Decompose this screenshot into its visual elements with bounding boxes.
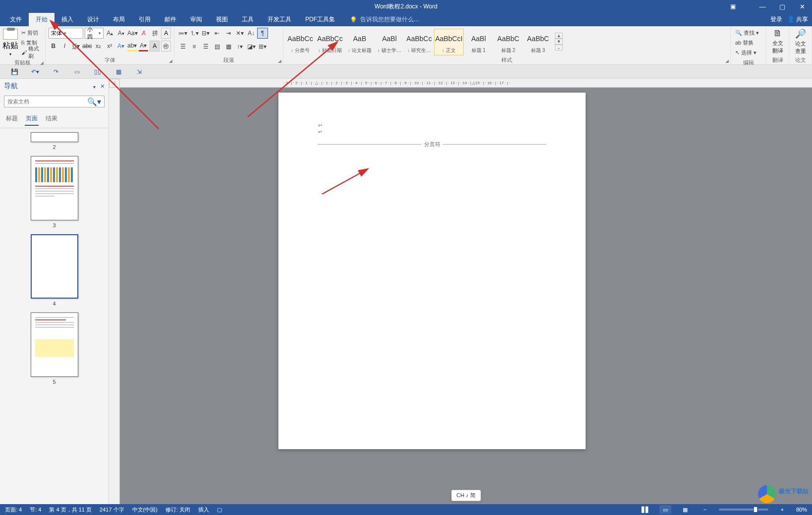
full-translate-button[interactable]: 🗎全文 翻译 xyxy=(766,28,789,55)
bold-button[interactable]: B xyxy=(49,41,58,52)
tab-pdf[interactable]: PDF工具集 xyxy=(298,13,342,26)
justify-button[interactable]: ▤ xyxy=(212,41,222,52)
phonetic-guide-button[interactable]: 拼 xyxy=(150,28,160,39)
document-scroll[interactable]: · 3 · | · 2 · | · 1 · | · △ · | · 1 · | … xyxy=(120,79,812,504)
share-button[interactable]: 👤 共享 xyxy=(787,15,808,24)
zoom-out-button[interactable]: − xyxy=(699,505,711,514)
macro-record-icon[interactable]: ▢ xyxy=(217,507,222,513)
web-layout-button[interactable]: ▦ xyxy=(679,505,691,514)
thumbnail-page[interactable] xyxy=(31,312,78,377)
cut-button[interactable]: ✂剪切 xyxy=(19,28,43,38)
align-right-button[interactable]: ☰ xyxy=(200,41,211,52)
status-page[interactable]: 页面: 4 xyxy=(5,506,22,514)
numbering-button[interactable]: ⒈▾ xyxy=(189,28,200,39)
text-effects-button[interactable]: A▾ xyxy=(116,41,126,52)
tab-design[interactable]: 设计 xyxy=(80,13,106,26)
underline-button[interactable]: U▾ xyxy=(71,41,81,52)
zoom-level[interactable]: 80% xyxy=(796,507,807,513)
style-item[interactable]: AaBbCc↓ 研究生… xyxy=(404,29,434,55)
tab-review[interactable]: 审阅 xyxy=(183,13,209,26)
status-section[interactable]: 节: 4 xyxy=(30,506,41,514)
thumbnail-page[interactable] xyxy=(31,132,78,142)
status-track-changes[interactable]: 修订: 关闭 xyxy=(165,506,190,514)
nav-close-icon[interactable]: × xyxy=(101,82,105,90)
decrease-indent-button[interactable]: ⇤ xyxy=(212,28,222,39)
tab-tools[interactable]: 工具 xyxy=(235,13,261,26)
shrink-font-button[interactable]: A▾ xyxy=(116,28,126,39)
style-item[interactable]: AaBbC标题 2 xyxy=(493,29,523,55)
read-mode-button[interactable]: ▋▋ xyxy=(640,505,651,514)
dialog-launcher-icon[interactable]: ◢ xyxy=(278,58,281,63)
tab-file[interactable]: 文件 xyxy=(3,13,29,26)
nav-tab-pages[interactable]: 页面 xyxy=(25,112,39,126)
enclose-char-button[interactable]: ㊕ xyxy=(161,41,171,52)
dialog-launcher-icon[interactable]: ◢ xyxy=(725,58,729,63)
nav-dropdown-icon[interactable]: ▾ xyxy=(93,84,96,90)
tab-selector[interactable]: └ xyxy=(109,79,120,88)
style-item[interactable]: AaBbCc↓ 封面日期 xyxy=(315,29,345,55)
styles-more-icon[interactable]: ⌄ xyxy=(555,45,563,51)
change-case-button[interactable]: Aa▾ xyxy=(127,28,138,39)
replace-button[interactable]: ab替换 xyxy=(733,38,764,48)
style-item[interactable]: AaBbCc↓ 分类号 xyxy=(285,29,315,55)
clear-formatting-button[interactable]: A̸ xyxy=(139,28,149,39)
styles-scrollbar[interactable]: ▲ ▼ ⌄ xyxy=(555,33,563,51)
paper-check-button[interactable]: 🔎论文 查重 xyxy=(789,28,812,55)
zoom-in-button[interactable]: + xyxy=(776,505,788,514)
style-item[interactable]: AaB↓ 论文标题 xyxy=(345,29,375,55)
format-painter-button[interactable]: 🖌格式刷 xyxy=(19,48,43,57)
tab-mailings[interactable]: 邮件 xyxy=(158,13,183,26)
save-button[interactable]: 💾 xyxy=(9,66,20,77)
qat-doc-button[interactable]: ▭ xyxy=(71,66,82,77)
thumbnail-item[interactable]: 4 xyxy=(0,234,108,307)
asian-layout-button[interactable]: ✕▾ xyxy=(234,28,245,39)
thumbnail-page[interactable] xyxy=(31,234,78,299)
style-item[interactable]: AaBl标题 1 xyxy=(464,29,493,55)
page-canvas[interactable]: ↵ ↵ 分页符 xyxy=(278,93,586,449)
tab-insert[interactable]: 插入 xyxy=(54,13,80,26)
dialog-launcher-icon[interactable]: ◢ xyxy=(169,58,172,63)
horizontal-ruler[interactable]: · 3 · | · 2 · | · 1 · | · △ · | · 1 · | … xyxy=(120,79,812,88)
search-icon[interactable]: 🔍▾ xyxy=(84,97,104,106)
maximize-button[interactable]: ▢ xyxy=(772,0,792,13)
tab-references[interactable]: 引用 xyxy=(132,13,158,26)
minimize-button[interactable]: — xyxy=(753,0,772,13)
distributed-button[interactable]: ▦ xyxy=(223,41,234,52)
nav-search-box[interactable]: 🔍▾ xyxy=(4,96,105,107)
bullets-button[interactable]: ≔▾ xyxy=(177,28,188,39)
char-border-button[interactable]: A xyxy=(161,28,171,39)
print-layout-button[interactable]: ▭ xyxy=(659,505,671,514)
increase-indent-button[interactable]: ⇥ xyxy=(223,28,234,39)
search-input[interactable] xyxy=(4,99,84,104)
borders-button[interactable]: ⊞▾ xyxy=(257,41,268,52)
highlight-button[interactable]: ab▾ xyxy=(127,41,137,52)
subscript-button[interactable]: x₂ xyxy=(94,41,104,52)
paste-button[interactable]: 粘贴 ▾ xyxy=(2,29,19,56)
dialog-launcher-icon[interactable]: ◢ xyxy=(40,60,44,65)
font-size-select[interactable]: 小四▾ xyxy=(85,28,104,39)
ime-indicator[interactable]: CH ♪ 简 xyxy=(451,490,481,501)
thumbnail-item[interactable]: 5 xyxy=(0,312,108,385)
tab-developer[interactable]: 开发工具 xyxy=(261,13,298,26)
superscript-button[interactable]: x² xyxy=(105,41,114,52)
strikethrough-button[interactable]: abc xyxy=(82,41,92,52)
status-language[interactable]: 中文(中国) xyxy=(132,506,158,514)
tell-me-box[interactable]: 💡 告诉我您想要做什么… xyxy=(342,13,420,26)
nav-tab-results[interactable]: 结果 xyxy=(45,112,58,126)
status-insert-mode[interactable]: 插入 xyxy=(198,506,209,514)
status-words[interactable]: 2417 个字 xyxy=(100,506,124,514)
vertical-ruler[interactable]: └ xyxy=(109,79,120,504)
shading-button[interactable]: ◪▾ xyxy=(246,41,257,52)
line-spacing-button[interactable]: ↕▾ xyxy=(234,41,245,52)
redo-button[interactable]: ↷ xyxy=(51,66,61,77)
close-button[interactable]: ✕ xyxy=(792,0,812,13)
font-color-button[interactable]: A▾ xyxy=(139,41,149,52)
multilevel-list-button[interactable]: ⊟▾ xyxy=(200,28,211,39)
qat-layout-button[interactable]: ▦ xyxy=(113,66,124,77)
style-item[interactable]: AaBbCcI↓ 正文 xyxy=(434,29,464,55)
font-name-select[interactable]: 宋体▾ xyxy=(49,28,83,39)
find-button[interactable]: 🔍查找▾ xyxy=(733,28,764,38)
grow-font-button[interactable]: A▴ xyxy=(105,28,114,39)
sort-button[interactable]: A↓ xyxy=(246,28,257,39)
scroll-down-icon[interactable]: ▼ xyxy=(555,39,563,45)
